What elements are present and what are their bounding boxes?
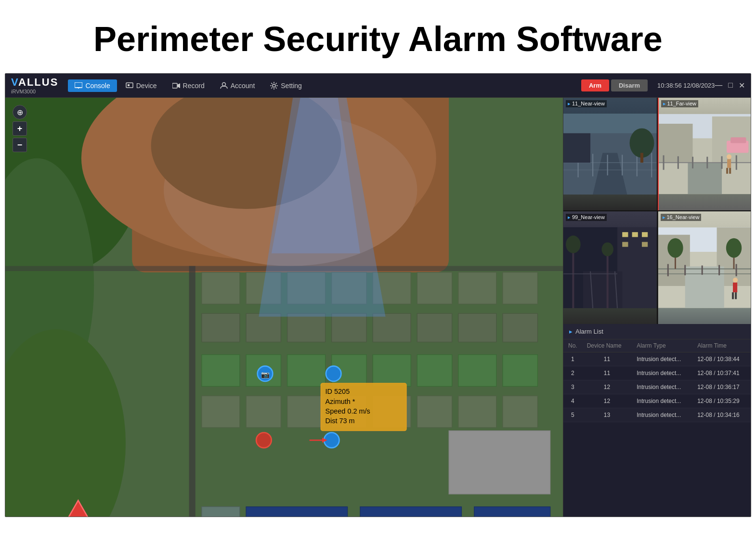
col-header-no: No.	[563, 339, 582, 352]
alarm-table-row[interactable]: 2 11 Intrusion detect... 12-08 / 10:37:4…	[563, 366, 751, 380]
svg-rect-17	[202, 273, 240, 304]
svg-rect-33	[202, 355, 240, 387]
alarm-type: Intrusion detect...	[632, 352, 692, 366]
svg-rect-22	[417, 273, 452, 304]
svg-text:📷: 📷	[261, 370, 270, 379]
alarm-time: 12-08 / 10:35:29	[692, 394, 751, 408]
svg-rect-139	[731, 292, 733, 299]
svg-point-134	[667, 238, 683, 258]
logo-text: VALLUS	[11, 77, 58, 88]
svg-rect-52	[202, 507, 240, 517]
svg-rect-0	[75, 82, 82, 88]
disarm-button[interactable]: Disarm	[611, 79, 648, 91]
minimize-button[interactable]: —	[715, 81, 722, 90]
setting-label: Setting	[281, 82, 302, 90]
svg-rect-41	[202, 396, 240, 428]
svg-rect-87	[640, 153, 643, 162]
alarm-type: Intrusion detect...	[632, 380, 692, 394]
svg-marker-6	[177, 83, 180, 88]
svg-rect-101	[730, 137, 746, 143]
alarm-device: 11	[582, 352, 632, 366]
svg-rect-107	[617, 227, 656, 308]
alarm-no: 4	[563, 394, 582, 408]
map-background: 📷 ID 5205	[5, 98, 563, 517]
alarm-no: 1	[563, 352, 582, 366]
svg-point-61	[256, 433, 272, 448]
svg-text:Dist     73  m: Dist 73 m	[326, 417, 355, 425]
svg-rect-50	[360, 507, 462, 517]
svg-rect-4	[128, 84, 130, 86]
device-nav-btn[interactable]: Device	[119, 79, 164, 92]
svg-rect-46	[417, 396, 452, 428]
svg-point-117	[566, 235, 581, 253]
alarm-list-title: Alarm List	[575, 328, 603, 335]
svg-rect-42	[246, 396, 281, 428]
svg-rect-29	[373, 313, 411, 342]
account-icon	[220, 82, 228, 90]
alarm-time: 12-08 / 10:34:16	[692, 408, 751, 422]
account-nav-btn[interactable]: Account	[213, 79, 262, 92]
alarm-no: 5	[563, 408, 582, 422]
alarm-device: 11	[582, 366, 632, 380]
map-area[interactable]: 📷 ID 5205	[5, 98, 563, 517]
svg-rect-103	[727, 159, 731, 168]
svg-text:Speed    0.2 m/s: Speed 0.2 m/s	[326, 407, 370, 415]
svg-point-7	[222, 83, 225, 86]
svg-rect-26	[246, 313, 281, 342]
svg-rect-31	[458, 313, 496, 342]
svg-rect-23	[458, 273, 496, 304]
zoom-out-button[interactable]: −	[13, 138, 27, 152]
alarm-time: 12-08 / 10:37:41	[692, 366, 751, 380]
svg-rect-47	[458, 396, 496, 428]
app-model: iRVM3000	[11, 89, 58, 94]
device-icon	[126, 82, 133, 90]
alarm-device: 12	[582, 394, 632, 408]
svg-rect-39	[458, 355, 496, 387]
svg-point-136	[726, 238, 741, 258]
alarm-time: 12-08 / 10:36:17	[692, 380, 751, 394]
alarm-time: 12-08 / 10:38:44	[692, 352, 751, 366]
col-header-time: Alarm Time	[692, 339, 751, 352]
zoom-in-button[interactable]: +	[13, 121, 27, 136]
camera-feed-2[interactable]: 11_Far-view	[658, 98, 751, 210]
svg-rect-5	[172, 83, 177, 88]
console-icon	[75, 82, 82, 90]
setting-nav-btn[interactable]: Setting	[263, 79, 309, 92]
alarm-table: No. Device Name Alarm Type Alarm Time 1 …	[563, 339, 751, 422]
console-nav-btn[interactable]: Console	[68, 79, 117, 92]
svg-rect-38	[417, 355, 452, 387]
window-controls: — □ ✕	[715, 81, 745, 90]
svg-point-119	[601, 243, 613, 257]
close-button[interactable]: ✕	[739, 81, 745, 90]
alarm-table-row[interactable]: 1 11 Intrusion detect... 12-08 / 10:38:4…	[563, 352, 751, 366]
alarm-table-row[interactable]: 4 12 Intrusion detect... 12-08 / 10:35:2…	[563, 394, 751, 408]
col-header-type: Alarm Type	[632, 339, 692, 352]
camera-feed-3[interactable]: 99_Near-view	[563, 211, 657, 324]
maximize-button[interactable]: □	[728, 81, 733, 90]
alarm-table-row[interactable]: 3 12 Intrusion detect... 12-08 / 10:36:1…	[563, 380, 751, 394]
record-nav-btn[interactable]: Record	[166, 79, 211, 92]
svg-rect-104	[726, 168, 728, 174]
svg-point-137	[733, 278, 738, 283]
alarm-list-header: Alarm List	[563, 324, 751, 339]
svg-rect-112	[642, 242, 648, 247]
svg-point-8	[273, 84, 275, 87]
map-controls: ⊕ + −	[13, 105, 27, 152]
datetime-display: 10:38:56 12/08/2023	[657, 82, 715, 89]
alarm-table-row[interactable]: 5 13 Intrusion detect... 12-08 / 10:34:1…	[563, 408, 751, 422]
arm-button[interactable]: Arm	[581, 79, 609, 91]
camera-label-2: 11_Far-view	[661, 100, 699, 107]
col-header-device: Device Name	[582, 339, 632, 352]
svg-rect-138	[733, 283, 737, 292]
record-icon	[172, 82, 180, 90]
svg-point-102	[727, 155, 731, 159]
svg-rect-53	[449, 431, 550, 494]
camera-feed-4[interactable]: 16_Near-view	[658, 211, 751, 324]
svg-text:ID       5205: ID 5205	[326, 388, 350, 395]
app-window: VALLUS iRVM3000 Console Device	[5, 73, 751, 517]
camera-feed-1[interactable]: 11_Near-view	[563, 98, 657, 210]
right-panel: 11_Near-view	[563, 98, 751, 517]
setting-icon	[270, 82, 278, 90]
alarm-type: Intrusion detect...	[632, 394, 692, 408]
compass-button[interactable]: ⊕	[13, 105, 27, 119]
